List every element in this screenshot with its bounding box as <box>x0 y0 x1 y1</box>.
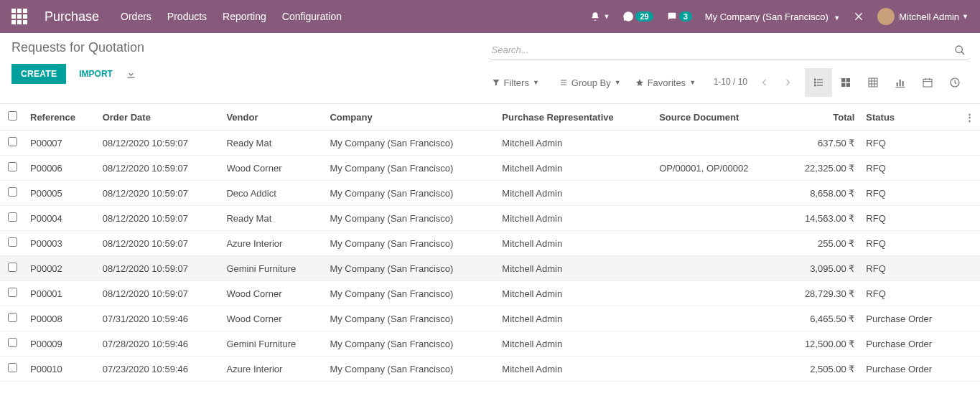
filters-label: Filters <box>504 77 529 88</box>
view-graph[interactable] <box>887 68 914 97</box>
chevron-down-icon: ▼ <box>689 79 696 86</box>
cell-status: RFQ <box>860 281 959 306</box>
app-brand[interactable]: Purchase <box>45 9 99 24</box>
cell-source <box>653 357 782 382</box>
group-by-button[interactable]: Group By ▼ <box>558 75 622 91</box>
cell-vendor: Gemini Furniture <box>220 331 324 357</box>
search-icon[interactable] <box>951 44 969 56</box>
view-pivot[interactable] <box>859 68 887 97</box>
create-button[interactable]: CREATE <box>11 64 66 84</box>
cell-order-date: 07/23/2020 10:59:46 <box>97 357 221 382</box>
view-calendar[interactable] <box>914 68 941 97</box>
cell-status: RFQ <box>860 206 959 231</box>
chevron-down-icon: ▼ <box>834 14 840 22</box>
conversations-icon[interactable]: 29 <box>622 11 653 22</box>
filters-button[interactable]: Filters ▼ <box>490 75 541 91</box>
col-source[interactable]: Source Document <box>653 104 782 131</box>
cell-vendor: Gemini Furniture <box>220 256 324 281</box>
table-row[interactable]: P0000907/28/2020 10:59:46Gemini Furnitur… <box>0 331 980 357</box>
debug-icon[interactable] <box>853 11 864 22</box>
col-vendor[interactable]: Vendor <box>220 104 324 131</box>
cell-reference: P00003 <box>24 231 97 256</box>
chevron-down-icon: ▼ <box>615 79 621 86</box>
cell-rep: Mitchell Admin <box>496 256 653 281</box>
cell-source: OP/00001, OP/00002 <box>653 156 782 181</box>
cell-rep: Mitchell Admin <box>496 331 653 357</box>
cell-rep: Mitchell Admin <box>496 156 653 181</box>
col-order-date[interactable]: Order Date <box>97 104 221 131</box>
cell-order-date: 08/12/2020 10:59:07 <box>97 181 221 206</box>
col-rep[interactable]: Purchase Representative <box>496 104 653 131</box>
view-list[interactable] <box>805 68 832 97</box>
pager-prev[interactable] <box>756 75 773 90</box>
col-company[interactable]: Company <box>324 104 496 131</box>
row-checkbox[interactable] <box>8 313 17 322</box>
row-checkbox[interactable] <box>8 137 17 146</box>
cell-status: RFQ <box>860 181 959 206</box>
svg-rect-3 <box>814 82 816 84</box>
col-reference[interactable]: Reference <box>24 104 97 131</box>
svg-rect-1 <box>814 79 816 81</box>
list-view: Reference Order Date Vendor Company Purc… <box>0 103 980 382</box>
row-checkbox[interactable] <box>8 162 17 171</box>
row-checkbox[interactable] <box>8 187 17 197</box>
cell-reference: P00009 <box>24 331 97 357</box>
col-status[interactable]: Status <box>860 104 959 131</box>
cell-rep: Mitchell Admin <box>496 231 653 256</box>
view-kanban[interactable] <box>832 68 859 97</box>
pager-range[interactable]: 1-10 / 10 <box>714 77 747 88</box>
columns-menu-icon[interactable]: ⋮ <box>959 104 980 131</box>
row-checkbox[interactable] <box>8 212 17 222</box>
row-checkbox[interactable] <box>8 263 17 272</box>
import-button[interactable]: IMPORT <box>79 69 113 79</box>
col-total[interactable]: Total <box>782 104 860 131</box>
cell-reference: P00010 <box>24 357 97 382</box>
table-row[interactable]: P0000208/12/2020 10:59:07Gemini Furnitur… <box>0 256 980 281</box>
cell-reference: P00005 <box>24 181 97 206</box>
row-checkbox[interactable] <box>8 288 17 297</box>
apps-icon[interactable] <box>11 9 27 24</box>
cell-company: My Company (San Francisco) <box>324 181 496 206</box>
menu-reporting[interactable]: Reporting <box>223 11 266 22</box>
main-menu: Orders Products Reporting Configuration <box>121 11 342 22</box>
messages-badge: 3 <box>679 11 692 22</box>
table-row[interactable]: P0001007/23/2020 10:59:46Azure InteriorM… <box>0 357 980 382</box>
select-all-checkbox[interactable] <box>8 111 17 121</box>
table-row[interactable]: P0000807/31/2020 10:59:46Wood CornerMy C… <box>0 306 980 331</box>
cell-total: 255.00 ₹ <box>782 231 860 256</box>
cell-total: 14,563.00 ₹ <box>782 206 860 231</box>
notifications-icon[interactable]: ▼ <box>590 11 610 22</box>
svg-rect-15 <box>923 79 932 87</box>
svg-rect-8 <box>846 78 850 82</box>
chevron-down-icon: ▼ <box>533 79 539 86</box>
favorites-button[interactable]: Favorites ▼ <box>634 75 697 91</box>
search-input[interactable] <box>490 42 952 58</box>
table-row[interactable]: P0000408/12/2020 10:59:07Ready MatMy Com… <box>0 206 980 231</box>
control-panel: Requests for Quotation CREATE IMPORT <box>0 33 980 98</box>
user-menu[interactable]: Mitchell Admin ▼ <box>877 8 969 25</box>
cell-vendor: Azure Interior <box>220 231 324 256</box>
table-row[interactable]: P0000608/12/2020 10:59:07Wood CornerMy C… <box>0 156 980 181</box>
page-title: Requests for Quotation <box>11 40 490 55</box>
row-checkbox[interactable] <box>8 338 17 347</box>
cell-rep: Mitchell Admin <box>496 206 653 231</box>
table-row[interactable]: P0000308/12/2020 10:59:07Azure InteriorM… <box>0 231 980 256</box>
cell-total: 8,658.00 ₹ <box>782 181 860 206</box>
table-row[interactable]: P0000108/12/2020 10:59:07Wood CornerMy C… <box>0 281 980 306</box>
view-activity[interactable] <box>941 68 969 97</box>
menu-orders[interactable]: Orders <box>121 11 151 22</box>
menu-products[interactable]: Products <box>167 11 207 22</box>
cell-total: 12,500.00 ₹ <box>782 331 860 357</box>
pager-next[interactable] <box>779 75 796 90</box>
company-selector[interactable]: My Company (San Francisco) ▼ <box>705 11 841 22</box>
menu-configuration[interactable]: Configuration <box>282 11 342 22</box>
row-checkbox[interactable] <box>8 363 17 372</box>
row-checkbox[interactable] <box>8 237 17 247</box>
download-icon[interactable] <box>126 69 136 80</box>
cell-company: My Company (San Francisco) <box>324 206 496 231</box>
messages-icon[interactable]: 3 <box>666 11 692 22</box>
table-row[interactable]: P0000508/12/2020 10:59:07Deco AddictMy C… <box>0 181 980 206</box>
cell-reference: P00008 <box>24 306 97 331</box>
table-row[interactable]: P0000708/12/2020 10:59:07Ready MatMy Com… <box>0 131 980 156</box>
cell-vendor: Wood Corner <box>220 156 324 181</box>
